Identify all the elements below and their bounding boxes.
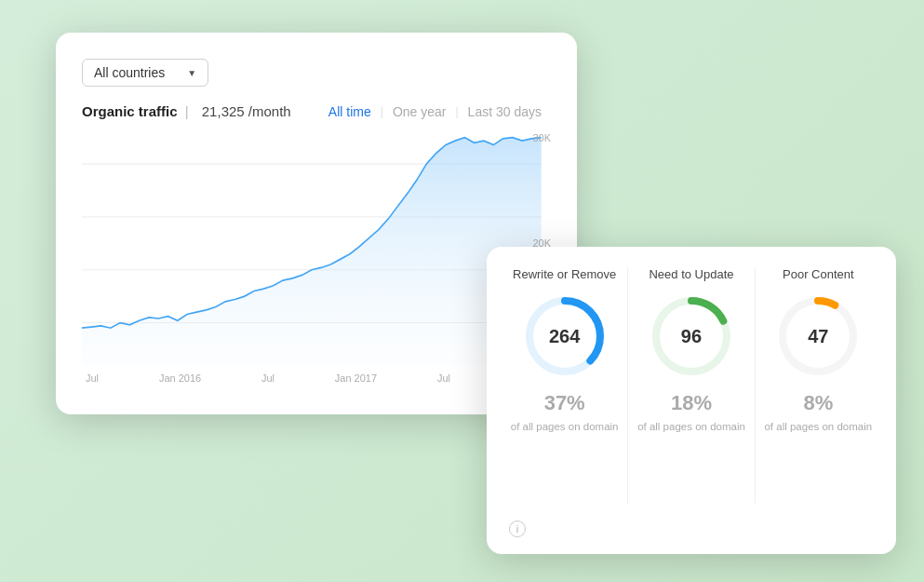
donut-percent-update: 18% [671,391,712,415]
donut-description-poor: of all pages on domain [764,419,872,435]
donut-wrapper-update: 96 [649,294,733,378]
donut-description-rewrite: of all pages on domain [511,419,619,435]
x-axis-labels: Jul Jan 2016 Jul Jan 2017 Jul Jan 201 [82,372,551,384]
donut-wrapper-poor: 47 [776,294,860,378]
time-filter-one-year[interactable]: One year [383,104,456,119]
donut-title-update: Need to Update [649,267,733,281]
traffic-title-row: Organic traffic | 21,325 /month All time… [82,103,551,119]
donut-title-poor: Poor Content [783,267,854,281]
donut-item-rewrite: Rewrite or Remove 264 37% of all pages o… [505,267,623,435]
traffic-count: 21,325 /month [202,103,291,119]
time-filters: All time | One year | Last 30 days [319,104,551,119]
info-icon[interactable]: i [509,521,526,537]
donuts-row: Rewrite or Remove 264 37% of all pages o… [505,267,877,504]
traffic-chart: 30K 20K Jul Jan 2016 Jul [82,132,551,365]
country-select[interactable]: All countries ▼ [82,59,208,87]
time-filter-all-time[interactable]: All time [319,104,381,119]
dropdown-arrow-icon: ▼ [187,68,196,78]
donut-center-poor: 47 [808,326,828,347]
donut-description-update: of all pages on domain [637,419,745,435]
donut-item-update: Need to Update 96 18% of all pages on do… [632,267,750,435]
time-filter-last-30[interactable]: Last 30 days [459,104,551,119]
donut-center-rewrite: 264 [549,326,580,347]
donut-percent-rewrite: 37% [544,391,585,415]
donut-item-poor: Poor Content 47 8% of all pages on domai… [759,267,877,435]
donuts-card: Rewrite or Remove 264 37% of all pages o… [487,247,896,554]
chart-svg [82,132,551,365]
donut-wrapper-rewrite: 264 [523,294,607,378]
country-select-label: All countries [94,65,165,80]
donut-percent-poor: 8% [803,391,833,415]
donut-center-update: 96 [681,326,702,347]
donut-title-rewrite: Rewrite or Remove [513,267,616,281]
traffic-title: Organic traffic | 21,325 /month [82,103,291,119]
